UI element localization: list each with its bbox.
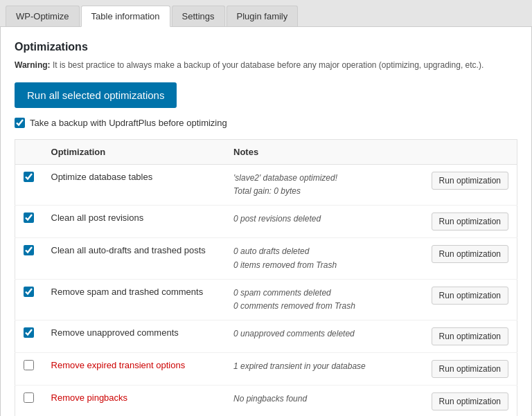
optimization-checkbox-6[interactable] — [24, 392, 34, 403]
col-header-check — [15, 140, 43, 165]
optimizations-table: Optimization Notes Optimize database tab… — [15, 139, 517, 416]
main-content: Optimizations Warning: It is best practi… — [0, 27, 532, 416]
run-optimization-button-2[interactable]: Run optimization — [432, 245, 508, 263]
table-row: Remove unapproved comments0 unapproved c… — [15, 320, 517, 353]
table-row: Remove spam and trashed comments0 spam c… — [15, 279, 517, 320]
tab-plugin-family[interactable]: Plugin family — [227, 6, 299, 26]
warning-text: Warning: It is best practice to always m… — [15, 59, 517, 71]
run-all-button[interactable]: Run all selected optimizations — [15, 82, 177, 108]
optimization-notes-1: 0 post revisions deleted — [233, 212, 414, 226]
col-header-action — [422, 140, 517, 165]
table-header-row: Optimization Notes — [15, 140, 517, 165]
optimization-notes-3: 0 spam comments deleted0 comments remove… — [233, 287, 414, 313]
optimization-label-5: Remove expired transient options — [51, 360, 186, 370]
backup-label: Take a backup with UpdraftPlus before op… — [30, 118, 227, 128]
optimization-label-4: Remove unapproved comments — [51, 327, 179, 338]
optimization-checkbox-4[interactable] — [24, 327, 34, 338]
backup-row: Take a backup with UpdraftPlus before op… — [15, 118, 517, 128]
optimization-notes-0: 'slave2' database optimized!Total gain: … — [233, 172, 414, 198]
run-optimization-button-3[interactable]: Run optimization — [432, 287, 508, 305]
col-header-notes: Notes — [225, 140, 422, 165]
run-optimization-button-0[interactable]: Run optimization — [432, 172, 508, 190]
optimization-checkbox-5[interactable] — [24, 360, 34, 370]
tab-settings[interactable]: Settings — [172, 6, 225, 26]
run-optimization-button-1[interactable]: Run optimization — [432, 212, 508, 230]
table-row: Optimize database tables'slave2' databas… — [15, 165, 517, 206]
optimization-label-0: Optimize database tables — [51, 172, 153, 182]
optimization-checkbox-1[interactable] — [24, 212, 34, 223]
tab-bar: WP-Optimize Table information Settings P… — [0, 0, 532, 27]
optimization-label-1: Clean all post revisions — [51, 212, 144, 223]
table-row: Clean all auto-drafts and trashed posts0… — [15, 238, 517, 279]
optimization-notes-5: 1 expired transient in your database — [233, 360, 414, 373]
tab-table-information[interactable]: Table information — [81, 6, 170, 27]
run-optimization-button-4[interactable]: Run optimization — [432, 327, 508, 345]
warning-label: Warning: — [15, 60, 51, 70]
table-row: Remove pingbacksNo pingbacks foundRun op… — [15, 386, 517, 416]
table-row: Clean all post revisions0 post revisions… — [15, 206, 517, 238]
col-header-optimization: Optimization — [43, 140, 225, 165]
section-title: Optimizations — [15, 41, 517, 53]
table-row: Remove expired transient options1 expire… — [15, 353, 517, 386]
optimization-notes-2: 0 auto drafts deleted0 items removed fro… — [233, 245, 414, 271]
run-optimization-button-6[interactable]: Run optimization — [432, 392, 508, 410]
optimization-label-6: Remove pingbacks — [51, 392, 128, 403]
warning-message: It is best practice to always make a bac… — [53, 60, 484, 70]
optimization-checkbox-0[interactable] — [24, 172, 34, 182]
run-optimization-button-5[interactable]: Run optimization — [432, 360, 508, 378]
optimization-label-2: Clean all auto-drafts and trashed posts — [51, 245, 206, 255]
optimization-notes-6: No pingbacks found — [233, 392, 414, 406]
optimization-checkbox-2[interactable] — [24, 245, 34, 255]
tab-wp-optimize[interactable]: WP-Optimize — [6, 6, 80, 26]
optimization-checkbox-3[interactable] — [24, 287, 34, 297]
optimization-notes-4: 0 unapproved comments deleted — [233, 327, 414, 341]
optimization-label-3: Remove spam and trashed comments — [51, 287, 204, 297]
backup-checkbox[interactable] — [15, 118, 25, 128]
